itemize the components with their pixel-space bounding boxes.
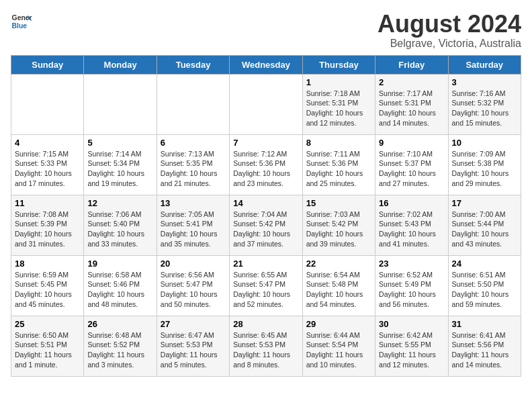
- cell-text: Sunrise: 7:03 AM: [306, 210, 371, 220]
- cell-text: Daylight: 10 hours and 33 minutes.: [87, 229, 152, 248]
- cell-text: Daylight: 10 hours and 35 minutes.: [161, 229, 226, 248]
- cell-text: Daylight: 10 hours and 50 minutes.: [161, 289, 226, 309]
- cell-text: Sunset: 5:53 PM: [233, 340, 298, 350]
- calendar-cell: 23Sunrise: 6:52 AMSunset: 5:49 PMDayligh…: [375, 255, 448, 316]
- day-number: 26: [87, 319, 152, 329]
- main-title: August 2024: [378, 11, 521, 38]
- day-number: 6: [161, 138, 226, 148]
- calendar-cell: 6Sunrise: 7:13 AMSunset: 5:35 PMDaylight…: [157, 134, 229, 195]
- day-number: 13: [161, 198, 226, 208]
- cell-text: Daylight: 10 hours and 54 minutes.: [306, 289, 371, 309]
- cell-text: Sunset: 5:34 PM: [87, 158, 152, 169]
- cell-text: Daylight: 11 hours and 8 minutes.: [233, 350, 298, 369]
- cell-text: Daylight: 10 hours and 27 minutes.: [379, 169, 444, 188]
- calendar-cell: 9Sunrise: 7:10 AMSunset: 5:37 PMDaylight…: [375, 134, 448, 195]
- cell-text: Sunrise: 7:18 AM: [306, 89, 371, 99]
- cell-text: Sunset: 5:47 PM: [161, 279, 226, 289]
- cell-text: Sunset: 5:32 PM: [452, 98, 517, 108]
- cell-text: Sunset: 5:47 PM: [233, 279, 298, 289]
- calendar-body: 1Sunrise: 7:18 AMSunset: 5:31 PMDaylight…: [11, 74, 521, 376]
- cell-text: Sunset: 5:36 PM: [233, 158, 298, 169]
- calendar-cell: 8Sunrise: 7:11 AMSunset: 5:36 PMDaylight…: [302, 134, 375, 195]
- day-of-week-header: Monday: [84, 55, 157, 74]
- calendar-cell: 22Sunrise: 6:54 AMSunset: 5:48 PMDayligh…: [302, 255, 375, 316]
- calendar-cell: [230, 74, 302, 134]
- cell-text: Sunset: 5:56 PM: [452, 340, 517, 350]
- cell-text: Sunset: 5:42 PM: [306, 219, 371, 229]
- calendar-cell: 29Sunrise: 6:44 AMSunset: 5:54 PMDayligh…: [302, 316, 375, 376]
- cell-text: Sunrise: 6:48 AM: [87, 330, 152, 340]
- cell-text: Daylight: 11 hours and 10 minutes.: [306, 350, 371, 369]
- day-number: 3: [452, 77, 517, 87]
- cell-text: Sunrise: 7:02 AM: [379, 210, 444, 220]
- day-of-week-header: Tuesday: [157, 55, 229, 74]
- day-number: 17: [452, 198, 517, 208]
- calendar-cell: 19Sunrise: 6:58 AMSunset: 5:46 PMDayligh…: [84, 255, 157, 316]
- cell-text: Sunrise: 7:09 AM: [452, 149, 517, 159]
- calendar-cell: 4Sunrise: 7:15 AMSunset: 5:33 PMDaylight…: [11, 134, 84, 195]
- cell-text: Daylight: 10 hours and 12 minutes.: [306, 108, 371, 128]
- cell-text: Sunset: 5:33 PM: [15, 158, 80, 169]
- cell-text: Sunrise: 6:42 AM: [379, 330, 444, 340]
- cell-text: Sunset: 5:39 PM: [15, 219, 80, 229]
- header: General Blue August 2024 Belgrave, Victo…: [11, 11, 521, 50]
- day-number: 10: [452, 138, 517, 148]
- cell-text: Daylight: 10 hours and 45 minutes.: [15, 289, 80, 309]
- cell-text: Sunrise: 6:56 AM: [161, 270, 226, 280]
- cell-text: Sunset: 5:44 PM: [452, 219, 517, 229]
- cell-text: Daylight: 10 hours and 59 minutes.: [452, 289, 517, 309]
- calendar-week-row: 4Sunrise: 7:15 AMSunset: 5:33 PMDaylight…: [11, 134, 521, 195]
- calendar-cell: 10Sunrise: 7:09 AMSunset: 5:38 PMDayligh…: [448, 134, 521, 195]
- subtitle: Belgrave, Victoria, Australia: [378, 38, 521, 50]
- cell-text: Daylight: 10 hours and 29 minutes.: [452, 169, 517, 188]
- day-number: 1: [306, 77, 371, 87]
- calendar-cell: 3Sunrise: 7:16 AMSunset: 5:32 PMDaylight…: [448, 74, 521, 134]
- cell-text: Sunrise: 6:54 AM: [306, 270, 371, 280]
- cell-text: Sunrise: 7:04 AM: [233, 210, 298, 220]
- day-number: 19: [87, 259, 152, 269]
- cell-text: Daylight: 11 hours and 1 minute.: [15, 350, 80, 369]
- cell-text: Sunrise: 6:41 AM: [452, 330, 517, 340]
- calendar-cell: 15Sunrise: 7:03 AMSunset: 5:42 PMDayligh…: [302, 195, 375, 255]
- day-number: 27: [161, 319, 226, 329]
- cell-text: Sunset: 5:38 PM: [452, 158, 517, 169]
- cell-text: Sunset: 5:54 PM: [306, 340, 371, 350]
- calendar-cell: 26Sunrise: 6:48 AMSunset: 5:52 PMDayligh…: [84, 316, 157, 376]
- day-number: 28: [233, 319, 298, 329]
- cell-text: Daylight: 10 hours and 17 minutes.: [15, 169, 80, 188]
- cell-text: Sunset: 5:40 PM: [87, 219, 152, 229]
- calendar-cell: 27Sunrise: 6:47 AMSunset: 5:53 PMDayligh…: [157, 316, 229, 376]
- cell-text: Sunset: 5:55 PM: [379, 340, 444, 350]
- day-number: 5: [87, 138, 152, 148]
- logo-icon: General Blue: [11, 11, 32, 32]
- cell-text: Daylight: 10 hours and 31 minutes.: [15, 229, 80, 248]
- cell-text: Sunrise: 7:13 AM: [161, 149, 226, 159]
- cell-text: Sunrise: 6:58 AM: [87, 270, 152, 280]
- calendar-cell: 30Sunrise: 6:42 AMSunset: 5:55 PMDayligh…: [375, 316, 448, 376]
- calendar-week-row: 1Sunrise: 7:18 AMSunset: 5:31 PMDaylight…: [11, 74, 521, 134]
- calendar-cell: 17Sunrise: 7:00 AMSunset: 5:44 PMDayligh…: [448, 195, 521, 255]
- day-of-week-header: Friday: [375, 55, 448, 74]
- cell-text: Sunrise: 7:12 AM: [233, 149, 298, 159]
- cell-text: Daylight: 10 hours and 48 minutes.: [87, 289, 152, 309]
- calendar-cell: 21Sunrise: 6:55 AMSunset: 5:47 PMDayligh…: [230, 255, 302, 316]
- cell-text: Sunrise: 6:50 AM: [15, 330, 80, 340]
- day-number: 9: [379, 138, 444, 148]
- cell-text: Sunset: 5:45 PM: [15, 279, 80, 289]
- cell-text: Sunrise: 6:45 AM: [233, 330, 298, 340]
- cell-text: Sunset: 5:36 PM: [306, 158, 371, 169]
- cell-text: Daylight: 10 hours and 56 minutes.: [379, 289, 444, 309]
- cell-text: Sunset: 5:52 PM: [87, 340, 152, 350]
- day-number: 23: [379, 259, 444, 269]
- header-row: SundayMondayTuesdayWednesdayThursdayFrid…: [11, 55, 521, 74]
- title-area: August 2024 Belgrave, Victoria, Australi…: [378, 11, 521, 50]
- cell-text: Sunrise: 7:14 AM: [87, 149, 152, 159]
- day-number: 29: [306, 319, 371, 329]
- cell-text: Daylight: 10 hours and 52 minutes.: [233, 289, 298, 309]
- cell-text: Daylight: 10 hours and 15 minutes.: [452, 108, 517, 128]
- cell-text: Sunrise: 7:17 AM: [379, 89, 444, 99]
- calendar-cell: 25Sunrise: 6:50 AMSunset: 5:51 PMDayligh…: [11, 316, 84, 376]
- calendar-cell: [11, 74, 84, 134]
- day-number: 14: [233, 198, 298, 208]
- day-number: 8: [306, 138, 371, 148]
